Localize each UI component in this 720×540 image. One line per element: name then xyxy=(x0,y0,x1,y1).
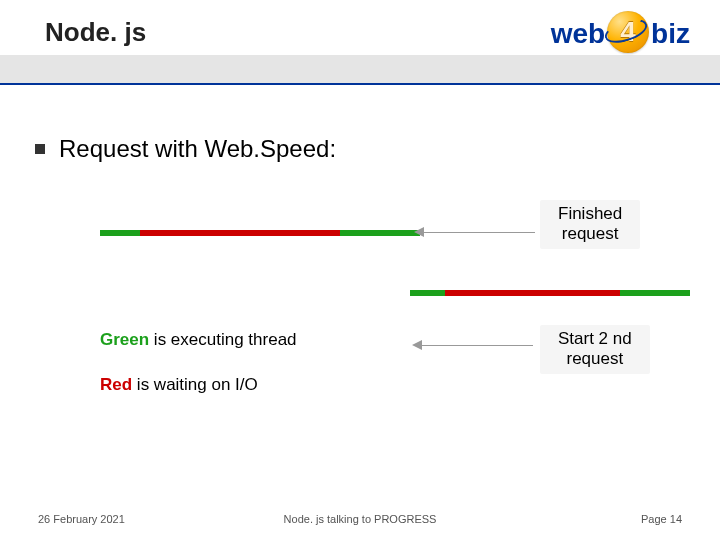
footer-center: Node. js talking to PROGRESS xyxy=(284,513,437,525)
arrow-line xyxy=(420,232,535,233)
header-band xyxy=(0,55,720,85)
legend-green: Green is executing thread xyxy=(100,330,297,350)
slide-title: Node. js xyxy=(45,17,146,48)
bullet-text: Request with Web.Speed: xyxy=(59,135,336,163)
timeline-seg-red xyxy=(445,290,620,296)
legend-green-word: Green xyxy=(100,330,149,349)
logo-text-right: biz xyxy=(651,18,690,50)
timeline-seg-green xyxy=(620,290,690,296)
timeline-row-2 xyxy=(410,290,690,296)
footer-date: 26 February 2021 xyxy=(38,513,125,525)
legend-green-rest: is executing thread xyxy=(149,330,296,349)
timeline-seg-red xyxy=(140,230,340,236)
timeline-seg-green xyxy=(340,230,420,236)
legend-red-rest: is waiting on I/O xyxy=(132,375,258,394)
timeline-seg-green xyxy=(410,290,445,296)
bullet-icon xyxy=(35,144,45,154)
footer-page: Page 14 xyxy=(641,513,682,525)
arrow-line xyxy=(418,345,533,346)
slide: Node. js web 4 biz Request with Web.Spee… xyxy=(0,0,720,540)
logo-orb-icon: 4 xyxy=(607,11,649,53)
label-finished-request: Finished request xyxy=(540,200,640,249)
legend-red: Red is waiting on I/O xyxy=(100,375,258,395)
logo-text-left: web xyxy=(551,18,605,50)
arrow-head-left-icon xyxy=(414,227,424,237)
arrow-head-left-icon xyxy=(412,340,422,350)
legend-red-word: Red xyxy=(100,375,132,394)
timeline-seg-green xyxy=(100,230,140,236)
timeline-row-1 xyxy=(100,230,420,236)
label-start-2nd-request: Start 2 nd request xyxy=(540,325,650,374)
bullet-row: Request with Web.Speed: xyxy=(35,135,336,163)
footer: 26 February 2021 Node. js talking to PRO… xyxy=(0,513,720,525)
logo: web 4 biz xyxy=(551,13,690,55)
